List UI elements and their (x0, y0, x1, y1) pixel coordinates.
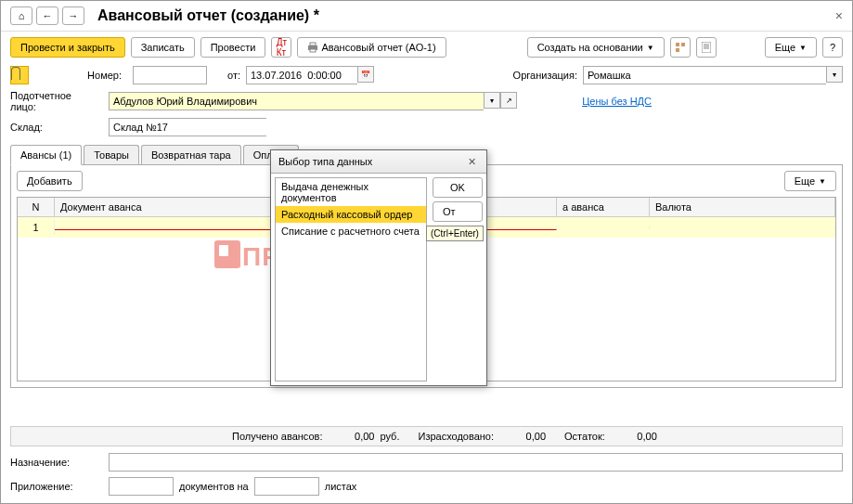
balance-value: 0,00 (611, 431, 657, 442)
home-icon: ⌂ (19, 10, 25, 21)
sheets-label: листах (325, 481, 357, 492)
dialog-list: Выдача денежных документов Расходный кас… (275, 177, 427, 381)
watermark-logo (214, 240, 240, 268)
print-button[interactable]: Авансовый отчет (АО-1) (297, 37, 446, 58)
close-button[interactable]: × (835, 8, 843, 23)
cell-n: 1 (18, 220, 55, 235)
dialog-option-2[interactable]: Списание с расчетного счета (276, 223, 426, 239)
chevron-down-icon: ▼ (799, 44, 807, 52)
person-open-button[interactable]: ↗ (500, 92, 517, 109)
attachment-label: Приложение: (10, 481, 103, 492)
warehouse-input[interactable] (109, 118, 266, 136)
date-input[interactable] (246, 66, 357, 84)
spent-label: Израсходовано: (418, 431, 494, 442)
date-label: от: (227, 70, 240, 81)
print-icon (307, 42, 318, 53)
tab-returnable[interactable]: Возвратная тара (141, 145, 241, 164)
dialog-option-1[interactable]: Расходный кассовый ордер (276, 206, 426, 223)
sheets-count-input[interactable] (254, 477, 319, 496)
save-button[interactable]: Записать (131, 37, 195, 58)
add-button[interactable]: Добавить (17, 171, 83, 191)
more-button[interactable]: Еще▼ (765, 37, 817, 58)
number-input[interactable] (133, 66, 207, 84)
tab-advances[interactable]: Авансы (1) (10, 145, 82, 165)
dt-kt-button[interactable]: ДтКт (271, 37, 291, 58)
forward-icon: → (69, 10, 79, 21)
summary-bar: Получено авансов:0,00руб. Израсходовано:… (10, 426, 843, 446)
warehouse-label: Склад: (10, 122, 103, 133)
svg-rect-6 (702, 42, 711, 53)
home-button[interactable]: ⌂ (10, 6, 32, 25)
svg-rect-3 (676, 43, 679, 46)
org-input[interactable] (583, 66, 826, 84)
post-and-close-button[interactable]: Провести и закрыть (10, 37, 125, 58)
col-currency: Валюта (650, 198, 835, 216)
col-n: N (18, 198, 55, 216)
svg-rect-2 (310, 49, 316, 52)
balance-label: Остаток: (564, 431, 605, 442)
svg-rect-5 (676, 48, 679, 52)
received-value: 0,00 (328, 431, 374, 442)
create-based-button[interactable]: Создать на основании▼ (527, 37, 665, 58)
table-more-button[interactable]: Еще▼ (784, 171, 836, 191)
tooltip: (Ctrl+Enter) (426, 226, 484, 241)
org-select-button[interactable]: ▾ (826, 66, 843, 83)
number-label: Номер: (34, 70, 127, 81)
svg-rect-4 (681, 43, 685, 46)
date-picker-button[interactable]: 📅 (357, 66, 374, 83)
report-button[interactable] (696, 37, 717, 58)
dt-kt-icon: ДтКт (277, 37, 287, 58)
svg-rect-1 (310, 43, 316, 45)
type-select-dialog: Выбор типа данных ✕ Выдача денежных доку… (270, 149, 487, 386)
spent-value: 0,00 (499, 431, 546, 442)
prices-link[interactable]: Цены без НДС (582, 96, 652, 107)
structure-button[interactable] (670, 37, 691, 58)
back-icon: ← (43, 10, 53, 21)
back-button[interactable]: ← (36, 6, 58, 25)
clip-icon (11, 67, 20, 80)
tab-goods[interactable]: Товары (84, 145, 139, 164)
dialog-option-0[interactable]: Выдача денежных документов (276, 178, 426, 206)
chevron-down-icon: ▼ (647, 44, 654, 52)
chevron-down-icon: ▼ (819, 177, 826, 186)
docs-on-label: документов на (179, 481, 249, 492)
dialog-ok-button[interactable]: OK (433, 177, 483, 198)
person-input[interactable] (109, 92, 484, 110)
document-icon (702, 42, 711, 53)
person-label: Подотчетное лицо: (10, 90, 103, 112)
docs-count-input[interactable] (109, 477, 174, 496)
dialog-close-button[interactable]: ✕ (464, 154, 479, 169)
structure-icon (675, 42, 686, 53)
help-button[interactable]: ? (822, 37, 843, 58)
dialog-cancel-button[interactable]: От (Ctrl+Enter) (433, 201, 483, 222)
purpose-input[interactable] (109, 453, 843, 472)
attachment-button[interactable] (10, 66, 29, 84)
person-select-button[interactable]: ▾ (484, 92, 500, 109)
col-sum: а аванса (557, 198, 650, 216)
page-title: Авансовый отчет (создание) * (97, 7, 319, 24)
received-label: Получено авансов: (232, 431, 322, 442)
org-label: Организация: (513, 70, 577, 81)
purpose-label: Назначение: (10, 457, 103, 468)
forward-button[interactable]: → (62, 6, 84, 25)
dialog-title: Выбор типа данных (278, 156, 372, 167)
post-button[interactable]: Провести (200, 37, 266, 58)
